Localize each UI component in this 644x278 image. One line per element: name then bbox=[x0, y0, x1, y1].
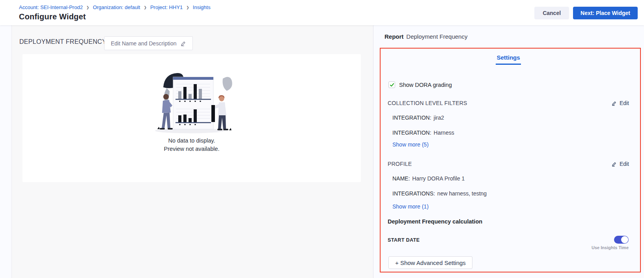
widget-preview-panel: DEPLOYMENT FREQUENCY Edit Name and Descr… bbox=[11, 25, 373, 278]
profile-edit-button[interactable]: Edit bbox=[612, 161, 629, 167]
breadcrumb-organization[interactable]: Organization: default bbox=[93, 4, 140, 10]
tab-settings[interactable]: Settings bbox=[496, 54, 521, 65]
profile-title: PROFILE bbox=[388, 161, 412, 167]
profile-field-label: INTEGRATIONS: bbox=[392, 190, 435, 197]
edit-label: Edit bbox=[620, 100, 629, 106]
profile-row: INTEGRATIONS:new harness, testng bbox=[392, 190, 629, 197]
report-heading: Report Deployment Frequency bbox=[385, 33, 467, 40]
collection-filters-show-more-link[interactable]: Show more (5) bbox=[392, 141, 629, 148]
breadcrumb-account[interactable]: Account: SEI-Internal-Prod2 bbox=[19, 4, 83, 10]
profile-show-more-link[interactable]: Show more (1) bbox=[392, 203, 629, 210]
empty-state-line1: No data to display. bbox=[22, 137, 361, 145]
edit-label: Edit bbox=[620, 161, 629, 167]
report-name: Deployment Frequency bbox=[406, 33, 467, 40]
filter-value: jira2 bbox=[434, 115, 444, 121]
show-advanced-settings-button[interactable]: + Show Advanced Settings bbox=[388, 256, 472, 269]
header-actions: Cancel Next: Place Widget bbox=[534, 7, 638, 19]
chevron-right-icon: ❯ bbox=[144, 5, 147, 9]
pencil-icon bbox=[612, 162, 617, 167]
use-insights-time-label: Use Insights Time bbox=[592, 245, 629, 250]
start-date-label: START DATE bbox=[388, 237, 420, 243]
collection-filter-row: INTEGRATION:jira2 bbox=[392, 115, 629, 121]
filter-value: Harness bbox=[434, 130, 454, 136]
chevron-right-icon: ❯ bbox=[186, 5, 189, 9]
empty-state-line2: Preview not available. bbox=[22, 145, 361, 153]
show-dora-grading-checkbox[interactable] bbox=[388, 81, 395, 88]
calculation-section-title: Deployment Frequency calculation bbox=[388, 218, 629, 225]
edit-name-description-button[interactable]: Edit Name and Description bbox=[104, 36, 193, 50]
toggle-knob bbox=[621, 236, 628, 243]
settings-tabs: Settings bbox=[388, 54, 629, 65]
pencil-icon bbox=[181, 41, 186, 46]
widget-name-label: DEPLOYMENT FREQUENCY bbox=[19, 38, 106, 45]
filter-label: INTEGRATION: bbox=[392, 130, 431, 136]
settings-config-panel: Settings Show DORA grading COLLECTION LE… bbox=[380, 48, 641, 272]
profile-header: PROFILE Edit bbox=[388, 161, 629, 167]
collection-filters-title: COLLECTION LEVEL FILTERS bbox=[388, 100, 467, 106]
report-label: Report bbox=[385, 33, 403, 40]
next-place-widget-button[interactable]: Next: Place Widget bbox=[573, 7, 638, 19]
report-settings-region: Report Deployment Frequency Settings Sho… bbox=[374, 25, 644, 278]
checkmark-icon bbox=[390, 83, 394, 87]
show-dora-grading-row: Show DORA grading bbox=[388, 81, 629, 88]
start-date-row: START DATE Use Insights Time bbox=[388, 236, 629, 250]
breadcrumb-insights[interactable]: Insights bbox=[193, 4, 211, 10]
collection-filters-header: COLLECTION LEVEL FILTERS Edit bbox=[388, 100, 629, 106]
breadcrumb-project[interactable]: Project: HHY1 bbox=[150, 4, 183, 10]
insights-time-toggle-group: Use Insights Time bbox=[592, 236, 629, 250]
empty-state-illustration bbox=[146, 71, 238, 135]
filter-label: INTEGRATION: bbox=[392, 115, 431, 121]
collection-filters-edit-button[interactable]: Edit bbox=[612, 100, 629, 106]
use-insights-time-toggle[interactable] bbox=[614, 236, 629, 244]
widget-preview-card: No data to display. Preview not availabl… bbox=[22, 54, 361, 182]
edit-name-description-label: Edit Name and Description bbox=[111, 40, 177, 47]
chevron-right-icon: ❯ bbox=[86, 5, 90, 9]
profile-field-value: Harry DORA Profile 1 bbox=[412, 175, 465, 182]
cancel-button[interactable]: Cancel bbox=[534, 7, 569, 19]
show-dora-grading-label: Show DORA grading bbox=[399, 82, 452, 88]
page-header: Account: SEI-Internal-Prod2 ❯ Organizati… bbox=[0, 0, 644, 25]
profile-field-value: new harness, testng bbox=[437, 190, 487, 197]
page-title: Configure Widget bbox=[19, 12, 86, 21]
collection-filter-row: INTEGRATION:Harness bbox=[392, 130, 629, 136]
profile-field-label: NAME: bbox=[392, 175, 410, 182]
pencil-icon bbox=[612, 101, 617, 106]
profile-row: NAME:Harry DORA Profile 1 bbox=[392, 175, 629, 182]
breadcrumb: Account: SEI-Internal-Prod2 ❯ Organizati… bbox=[19, 4, 211, 10]
